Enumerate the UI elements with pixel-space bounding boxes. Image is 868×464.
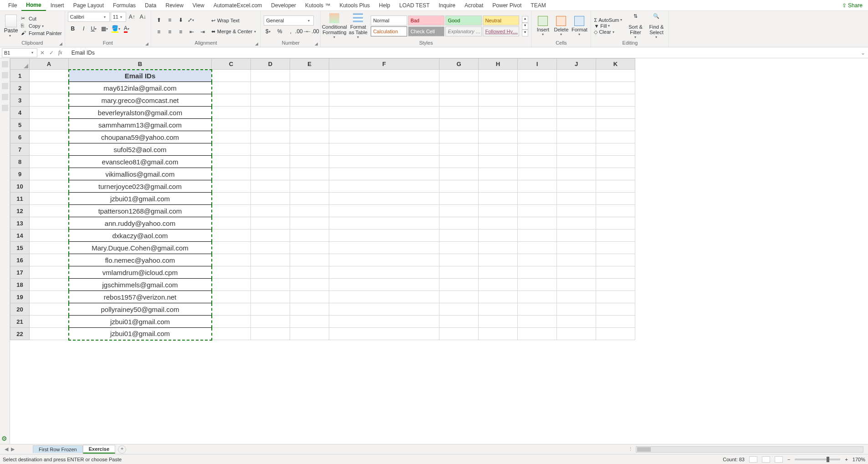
col-header[interactable]: J [557, 59, 596, 70]
cell[interactable] [212, 94, 251, 107]
col-header[interactable]: H [479, 59, 518, 70]
cell[interactable]: evanscleo81@gmail.com [69, 156, 212, 168]
cell[interactable] [479, 70, 518, 82]
cell[interactable] [251, 193, 290, 205]
cell[interactable] [251, 279, 290, 291]
cell[interactable] [479, 328, 518, 340]
tab-developer[interactable]: Developer [266, 0, 301, 10]
cell[interactable] [479, 316, 518, 328]
strip-icon[interactable] [2, 83, 8, 89]
percent-button[interactable]: % [275, 26, 285, 36]
row-header[interactable]: 5 [10, 119, 30, 131]
cell[interactable] [557, 328, 596, 340]
cell[interactable] [596, 156, 635, 168]
tab-formulas[interactable]: Formulas [108, 0, 140, 10]
cell[interactable] [439, 180, 479, 193]
cell[interactable] [557, 217, 596, 229]
cell[interactable] [518, 303, 557, 316]
number-launcher[interactable]: ◢ [315, 41, 319, 46]
wrap-text-button[interactable]: ↩Wrap Text [211, 15, 258, 25]
cell[interactable] [251, 266, 290, 279]
row-header[interactable]: 8 [10, 156, 30, 168]
cell[interactable]: beverleyralston@gmail.com [69, 107, 212, 119]
cell[interactable] [290, 131, 329, 143]
cell[interactable] [251, 156, 290, 168]
font-launcher[interactable]: ◢ [145, 41, 150, 46]
cell[interactable] [290, 328, 329, 340]
select-all-corner[interactable] [10, 59, 30, 70]
cell[interactable] [596, 328, 635, 340]
style-neutral[interactable]: Neutral [483, 15, 519, 25]
tab-review[interactable]: Review [161, 0, 188, 10]
row-header[interactable]: 17 [10, 266, 30, 279]
cell[interactable] [479, 156, 518, 168]
cell[interactable] [557, 180, 596, 193]
cell[interactable] [596, 229, 635, 242]
cell[interactable] [479, 119, 518, 131]
orientation-button[interactable]: ⤢▾ [187, 15, 197, 25]
cell[interactable] [557, 205, 596, 217]
cell[interactable] [30, 131, 69, 143]
cell[interactable] [329, 156, 439, 168]
cell[interactable] [557, 82, 596, 94]
cell[interactable] [290, 156, 329, 168]
cell[interactable] [251, 205, 290, 217]
cell[interactable] [329, 82, 439, 94]
cell[interactable] [439, 242, 479, 254]
cell[interactable] [290, 254, 329, 266]
cell[interactable] [557, 131, 596, 143]
cell[interactable] [439, 131, 479, 143]
cell[interactable] [329, 242, 439, 254]
cell[interactable] [557, 242, 596, 254]
cell[interactable] [290, 291, 329, 303]
col-header[interactable]: C [212, 59, 251, 70]
align-center-button[interactable]: ≡ [165, 27, 175, 37]
cell[interactable] [329, 328, 439, 340]
row-header[interactable]: 1 [10, 70, 30, 82]
style-explanatory[interactable]: Explanatory … [445, 26, 482, 36]
cell[interactable] [518, 168, 557, 180]
cell[interactable] [290, 82, 329, 94]
row-header[interactable]: 16 [10, 254, 30, 266]
cell[interactable] [518, 242, 557, 254]
number-format-combo[interactable]: General▾ [264, 15, 314, 25]
style-bad[interactable]: Bad [408, 15, 444, 25]
tab-inquire[interactable]: Inquire [434, 0, 460, 10]
alignment-launcher[interactable]: ◢ [255, 41, 260, 46]
row-header[interactable]: 6 [10, 131, 30, 143]
format-painter-button[interactable]: 🖌Format Painter [21, 30, 62, 36]
font-color-button[interactable]: A▾ [123, 24, 133, 34]
cell[interactable] [557, 156, 596, 168]
cell[interactable] [557, 143, 596, 156]
sheet-tab-exercise[interactable]: Exercise [83, 445, 115, 454]
cell[interactable] [290, 303, 329, 316]
cell[interactable] [212, 82, 251, 94]
cell[interactable] [329, 193, 439, 205]
cell[interactable]: Email IDs [69, 70, 212, 82]
cell[interactable] [518, 180, 557, 193]
cell[interactable] [212, 266, 251, 279]
find-select-button[interactable]: 🔍Find & Select▾ [647, 13, 666, 39]
cell[interactable] [557, 303, 596, 316]
cell[interactable] [596, 107, 635, 119]
align-bottom-button[interactable]: ⬇ [176, 15, 186, 25]
cell[interactable] [479, 131, 518, 143]
enter-formula-button[interactable]: ✓ [49, 50, 54, 56]
row-header[interactable]: 7 [10, 143, 30, 156]
cell[interactable] [329, 131, 439, 143]
tab-kutools[interactable]: Kutools ™ [301, 0, 335, 10]
col-header[interactable]: A [30, 59, 69, 70]
cell[interactable] [557, 70, 596, 82]
align-middle-button[interactable]: ≡ [165, 15, 175, 25]
view-page-break-button[interactable] [775, 456, 783, 463]
cell[interactable] [30, 217, 69, 229]
row-header[interactable]: 13 [10, 217, 30, 229]
col-header[interactable]: G [439, 59, 479, 70]
cell[interactable] [479, 217, 518, 229]
cell[interactable] [596, 131, 635, 143]
tab-insert[interactable]: Insert [46, 0, 69, 10]
fill-button[interactable]: ▼Fill▾ [594, 23, 624, 29]
cell[interactable] [30, 156, 69, 168]
tab-kutools-plus[interactable]: Kutools Plus [335, 0, 374, 10]
cell[interactable] [479, 143, 518, 156]
